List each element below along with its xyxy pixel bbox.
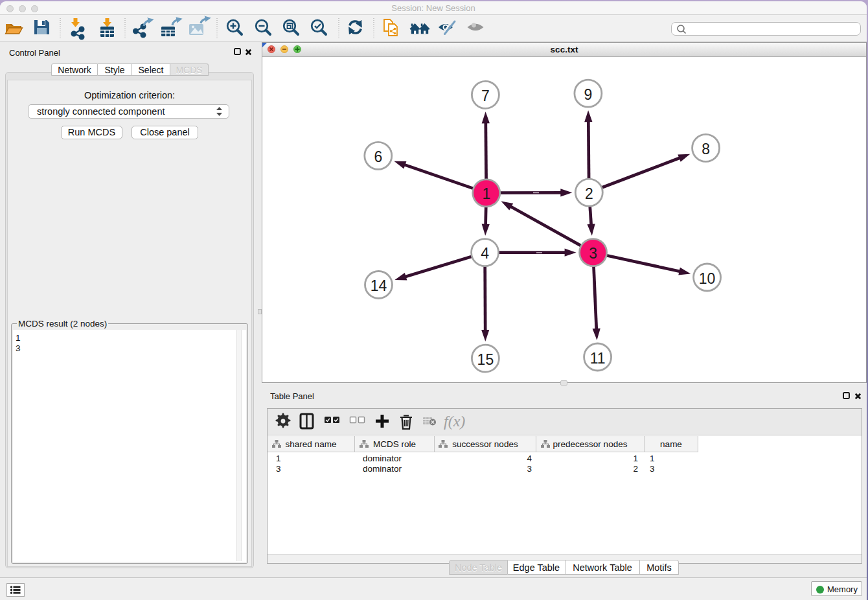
svg-text:6: 6 — [374, 148, 382, 165]
svg-text:1: 1 — [482, 185, 490, 202]
svg-text:7: 7 — [481, 87, 490, 104]
svg-text:4: 4 — [481, 245, 489, 262]
svg-text:3: 3 — [589, 245, 597, 262]
svg-text:f(x): f(x) — [444, 413, 465, 430]
svg-text:8: 8 — [702, 141, 710, 157]
svg-text:2: 2 — [585, 185, 593, 202]
svg-text:11: 11 — [590, 350, 606, 367]
svg-text:9: 9 — [584, 86, 593, 103]
svg-text:10: 10 — [699, 270, 716, 287]
svg-text:14: 14 — [371, 277, 387, 294]
svg-text:15: 15 — [477, 351, 494, 368]
